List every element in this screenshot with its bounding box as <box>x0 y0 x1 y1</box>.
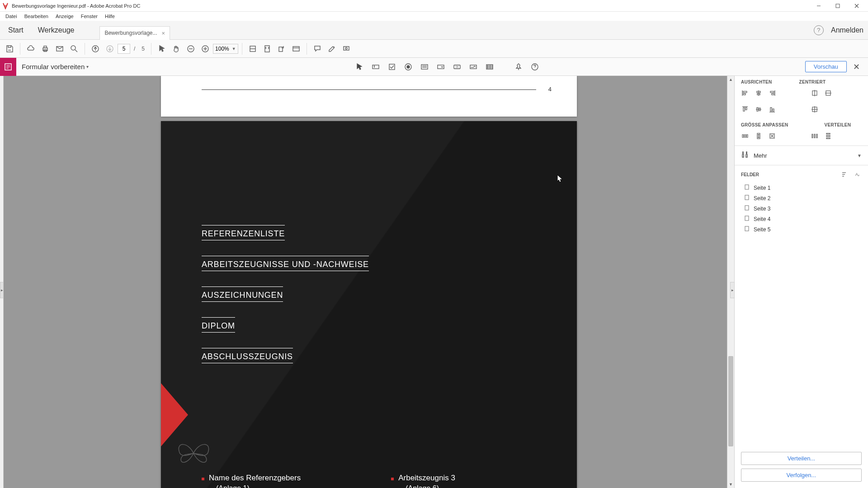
minimize-button[interactable] <box>809 0 828 12</box>
svg-rect-87 <box>745 206 749 210</box>
mouse-cursor-icon <box>557 174 563 185</box>
field-page-5[interactable]: Seite 5 <box>735 224 868 235</box>
fields-label: FELDER <box>741 172 759 177</box>
sort-fields-icon[interactable] <box>840 170 849 179</box>
page-total: 5 <box>142 46 145 52</box>
zoom-select[interactable]: 100% ▼ <box>213 44 238 54</box>
left-nav-expand-handle[interactable]: ▸ <box>0 282 4 298</box>
left-nav-strip: ▸ <box>0 76 4 488</box>
radio-field-icon[interactable] <box>402 61 415 73</box>
svg-rect-76 <box>816 134 817 138</box>
center-section-label: ZENTRIERT <box>799 80 826 84</box>
align-left-icon[interactable] <box>739 87 751 99</box>
next-page-icon[interactable] <box>103 42 117 56</box>
help-icon[interactable]: ? <box>814 25 824 35</box>
distribute-h-icon[interactable] <box>809 130 821 142</box>
field-page-3[interactable]: Seite 3 <box>735 203 868 214</box>
center-both-icon[interactable] <box>809 103 821 115</box>
more-dropdown[interactable]: Mehr ▼ <box>735 145 868 165</box>
size-both-icon[interactable] <box>766 130 778 142</box>
list-field-icon[interactable] <box>418 61 431 73</box>
login-link[interactable]: Anmelden <box>831 26 863 34</box>
red-triangle-decoration <box>161 383 188 446</box>
help-form-icon[interactable] <box>528 61 541 73</box>
page-icon <box>744 184 750 192</box>
stamp-icon[interactable] <box>340 42 353 56</box>
tab-start[interactable]: Start <box>1 22 31 39</box>
comment-icon[interactable] <box>311 42 324 56</box>
svg-rect-20 <box>293 47 299 51</box>
cursor-icon[interactable] <box>155 42 169 56</box>
close-tab-icon[interactable]: × <box>162 30 165 37</box>
button-field-icon[interactable]: OK <box>451 61 463 73</box>
scroll-thumb[interactable] <box>728 356 733 446</box>
align-bottom-icon[interactable] <box>766 103 778 115</box>
page-number-input[interactable] <box>118 44 130 54</box>
heading-arbeitszeugnisse: ARBEITSZEUGNISSE UND -NACHWEISE <box>202 256 369 271</box>
svg-rect-18 <box>265 46 269 52</box>
rotate-icon[interactable] <box>275 42 288 56</box>
close-button[interactable] <box>847 0 866 12</box>
scroll-up-icon[interactable]: ▲ <box>727 76 734 83</box>
align-right-icon[interactable] <box>766 87 778 99</box>
scroll-down-icon[interactable]: ▼ <box>727 481 734 488</box>
page-icon <box>744 215 750 223</box>
svg-rect-1 <box>836 4 840 8</box>
maximize-button[interactable] <box>828 0 847 12</box>
close-formbar-icon[interactable]: ✕ <box>851 60 862 74</box>
tab-bar: Start Werkzeuge Bewerbungsvorlage... × ?… <box>0 21 868 40</box>
field-page-1[interactable]: Seite 1 <box>735 183 868 193</box>
print-icon[interactable] <box>38 42 52 56</box>
cloud-icon[interactable] <box>24 42 38 56</box>
tab-tools[interactable]: Werkzeuge <box>31 22 82 39</box>
distribute-button[interactable]: Verteilen... <box>741 452 862 465</box>
menu-file[interactable]: Datei <box>2 13 21 20</box>
center-v-icon[interactable] <box>822 87 834 99</box>
svg-rect-79 <box>826 138 830 139</box>
save-icon[interactable] <box>3 42 16 56</box>
fit-width-icon[interactable] <box>246 42 259 56</box>
fields-section-header: FELDER Az <box>735 165 868 182</box>
signature-field-icon[interactable] <box>467 61 480 73</box>
menu-window[interactable]: Fenster <box>77 13 101 20</box>
search-icon[interactable] <box>67 42 81 56</box>
center-h-icon[interactable] <box>809 87 821 99</box>
heading-diplom: DIPLOM <box>202 317 235 333</box>
document-tab[interactable]: Bewerbungsvorlage... × <box>99 26 170 40</box>
barcode-field-icon[interactable] <box>483 61 496 73</box>
prev-page-icon[interactable] <box>89 42 102 56</box>
field-page-4[interactable]: Seite 4 <box>735 214 868 224</box>
zoom-in-icon[interactable] <box>198 42 212 56</box>
align-vcenter-icon[interactable] <box>753 103 764 115</box>
size-height-icon[interactable] <box>753 130 764 142</box>
select-tool-icon[interactable] <box>353 61 366 73</box>
align-hcenter-icon[interactable] <box>753 87 764 99</box>
checkbox-field-icon[interactable] <box>386 61 398 73</box>
svg-rect-78 <box>826 136 830 136</box>
text-field-icon[interactable] <box>369 61 382 73</box>
mail-icon[interactable] <box>53 42 66 56</box>
highlight-icon[interactable] <box>325 42 339 56</box>
right-panel-collapse-handle[interactable]: ▸ <box>730 282 735 298</box>
dropdown-field-icon[interactable] <box>434 61 447 73</box>
ref-right-line1: Arbeitszeugnis 3 <box>398 474 455 483</box>
read-mode-icon[interactable] <box>289 42 303 56</box>
field-page-2[interactable]: Seite 2 <box>735 193 868 203</box>
page-4-number: 4 <box>548 86 552 93</box>
track-button[interactable]: Verfolgen... <box>741 469 862 482</box>
tab-order-icon[interactable]: Az <box>853 170 862 179</box>
pin-icon[interactable] <box>512 61 525 73</box>
hand-icon[interactable] <box>170 42 183 56</box>
zoom-out-icon[interactable] <box>184 42 198 56</box>
document-viewport[interactable]: 4 REFERENZENLISTE ARBEITSZEUGNISSE UND -… <box>4 76 734 488</box>
fit-page-icon[interactable] <box>260 42 274 56</box>
svg-rect-77 <box>826 133 830 134</box>
menu-help[interactable]: Hilfe <box>101 13 118 20</box>
distribute-v-icon[interactable] <box>822 130 834 142</box>
menu-edit[interactable]: Bearbeiten <box>21 13 52 20</box>
menu-view[interactable]: Anzeige <box>52 13 77 20</box>
size-width-icon[interactable] <box>739 130 751 142</box>
align-top-icon[interactable] <box>739 103 751 115</box>
preview-button[interactable]: Vorschau <box>805 61 847 72</box>
form-tool-dropdown[interactable]: Formular vorbereiten ▾ <box>22 63 89 70</box>
